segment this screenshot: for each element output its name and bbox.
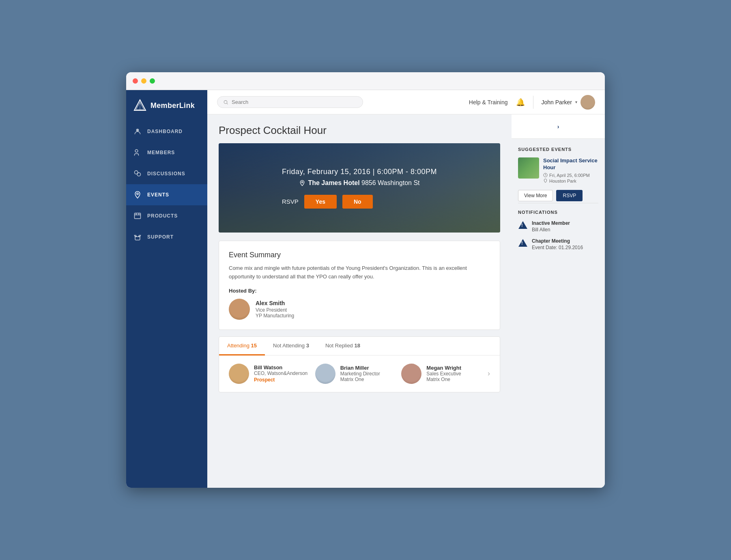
section-divider — [518, 203, 598, 203]
notification-item: Inactive Member Bill Allen — [518, 220, 598, 233]
svg-point-12 — [224, 100, 227, 103]
alert-triangle-icon — [518, 239, 527, 247]
header: Help & Training 🔔 John Parker ▾ — [207, 90, 605, 114]
rsvp-no-button[interactable]: No — [342, 195, 373, 209]
content-area: Prospect Cocktail Hour Friday, February … — [207, 114, 605, 488]
attendee-item: Brian Miller Marketing Director Matrix O… — [315, 364, 402, 384]
svg-point-7 — [137, 193, 138, 194]
notification-title: Inactive Member — [532, 220, 570, 226]
prospect-badge: Prospect — [254, 377, 307, 383]
nav-label-products: Products — [147, 213, 178, 219]
attendee-org: Matrix One — [340, 377, 380, 382]
attendee-title: Marketing Director — [340, 371, 380, 377]
host-title: Vice President — [256, 307, 294, 313]
suggested-event-actions: View More RSVP — [518, 190, 598, 201]
sidebar-item-discussions[interactable]: Discussions — [126, 163, 207, 184]
nav-label-members: Members — [147, 150, 175, 155]
sidebar-item-support[interactable]: Support — [126, 226, 207, 248]
sidebar-item-dashboard[interactable]: Dashboard — [126, 121, 207, 142]
rsvp-row: RSVP Yes No — [282, 195, 437, 209]
main-panel: Prospect Cocktail Hour Friday, February … — [207, 114, 512, 488]
titlebar — [126, 72, 605, 90]
host-row: Alex Smith Vice President YP Manufacturi… — [229, 299, 490, 320]
close-dot[interactable] — [133, 78, 138, 84]
hero-content: Friday, February 15, 2016 | 6:00PM - 8:0… — [282, 168, 437, 209]
tab-attending-label: Attending — [227, 342, 251, 349]
collapse-panel-button[interactable]: › — [512, 114, 605, 139]
user-avatar — [580, 95, 595, 110]
attendee-item: Bill Watson CEO, Watson&Anderson Prospec… — [229, 364, 315, 384]
search-box[interactable] — [217, 96, 363, 108]
user-menu[interactable]: John Parker ▾ — [542, 95, 595, 110]
host-name: Alex Smith — [256, 300, 294, 306]
right-sidebar: › SUGGESTED EVENTS Social Impact Service… — [512, 114, 605, 488]
page-title: Prospect Cocktail Hour — [219, 124, 500, 137]
app-name: MemberLink — [150, 101, 195, 110]
thumbnail-image — [518, 157, 539, 179]
host-info: Alex Smith Vice President YP Manufacturi… — [256, 300, 294, 319]
chevron-down-icon: ▾ — [575, 100, 577, 104]
attendee-name: Bill Watson — [254, 364, 307, 370]
app-window: MemberLink Dashboard Members — [126, 72, 605, 488]
host-avatar — [229, 299, 250, 320]
attendee-title: Sales Executive — [426, 371, 461, 377]
suggested-event-name: Social Impact Service Hour — [543, 157, 598, 171]
svg-point-4 — [135, 150, 138, 153]
location-icon — [299, 180, 305, 186]
attendee-info: Bill Watson CEO, Watson&Anderson Prospec… — [254, 364, 307, 383]
sidebar-item-products[interactable]: Products — [126, 205, 207, 226]
header-right: Help & Training 🔔 John Parker ▾ — [469, 95, 595, 110]
tab-not-replied[interactable]: Not Replied 18 — [317, 337, 368, 355]
nav-label-events: Events — [147, 192, 169, 198]
minimize-dot[interactable] — [141, 78, 146, 84]
alert-triangle-icon — [518, 221, 527, 229]
attendees-row: Bill Watson CEO, Watson&Anderson Prospec… — [219, 355, 500, 392]
notification-bell[interactable]: 🔔 — [516, 98, 525, 107]
rsvp-yes-button[interactable]: Yes — [304, 195, 337, 209]
suggested-event-thumbnail — [518, 157, 539, 179]
attendees-next-icon[interactable]: › — [488, 369, 490, 378]
tab-attending[interactable]: Attending 15 — [219, 337, 265, 355]
suggested-event-info: Social Impact Service Hour Fri, April 25… — [543, 157, 598, 184]
view-more-button[interactable]: View More — [518, 190, 553, 201]
attendee-avatar — [401, 364, 421, 384]
map-pin-icon — [543, 179, 548, 183]
user-name: John Parker — [542, 99, 572, 106]
notification-subtitle: Bill Allen — [532, 227, 570, 233]
attendee-title: CEO, Watson&Anderson — [254, 370, 307, 376]
summary-description: Come mix and mingle with future potentia… — [229, 264, 490, 281]
location-name: The James Hotel — [308, 179, 359, 186]
sidebar-item-events[interactable]: Events — [126, 184, 207, 205]
notification-item: Chapter Meeting Event Date: 01.29.2016 — [518, 238, 598, 250]
suggested-rsvp-button[interactable]: RSVP — [556, 190, 583, 201]
maximize-dot[interactable] — [150, 78, 155, 84]
suggested-events-title: SUGGESTED EVENTS — [518, 147, 598, 152]
tab-not-replied-count: 18 — [354, 342, 360, 349]
attendee-name: Megan Wright — [426, 365, 461, 371]
sidebar: MemberLink Dashboard Members — [126, 90, 207, 488]
attendee-org: Matrix One — [426, 377, 461, 382]
tab-attending-count: 15 — [251, 342, 257, 349]
help-training-link[interactable]: Help & Training — [469, 99, 508, 106]
hosted-by-label: Hosted By: — [229, 288, 490, 294]
search-input[interactable] — [232, 99, 357, 105]
notification-subtitle: Event Date: 01.29.2016 — [532, 245, 583, 250]
svg-point-6 — [137, 173, 140, 176]
notification-text: Inactive Member Bill Allen — [532, 220, 570, 233]
sidebar-item-members[interactable]: Members — [126, 142, 207, 163]
sidebar-logo: MemberLink — [126, 90, 207, 121]
clock-icon — [543, 173, 548, 177]
attendee-info: Brian Miller Marketing Director Matrix O… — [340, 365, 380, 382]
tab-not-attending-label: Not Attending — [273, 342, 306, 349]
event-date: Friday, February 15, 2016 | 6:00PM - 8:0… — [282, 168, 437, 176]
suggested-events-section: SUGGESTED EVENTS Social Impact Service H… — [512, 139, 605, 264]
attendance-card: Attending 15 Not Attending 3 Not Replied… — [219, 336, 500, 392]
tab-not-replied-label: Not Replied — [325, 342, 355, 349]
svg-rect-8 — [135, 213, 141, 218]
location-address: 9856 Washington St — [361, 179, 420, 186]
nav-label-dashboard: Dashboard — [147, 129, 183, 134]
app-body: MemberLink Dashboard Members — [126, 90, 605, 488]
attendee-info: Megan Wright Sales Executive Matrix One — [426, 365, 461, 382]
tab-not-attending[interactable]: Not Attending 3 — [265, 337, 317, 355]
main-area: Help & Training 🔔 John Parker ▾ Prospect… — [207, 90, 605, 488]
